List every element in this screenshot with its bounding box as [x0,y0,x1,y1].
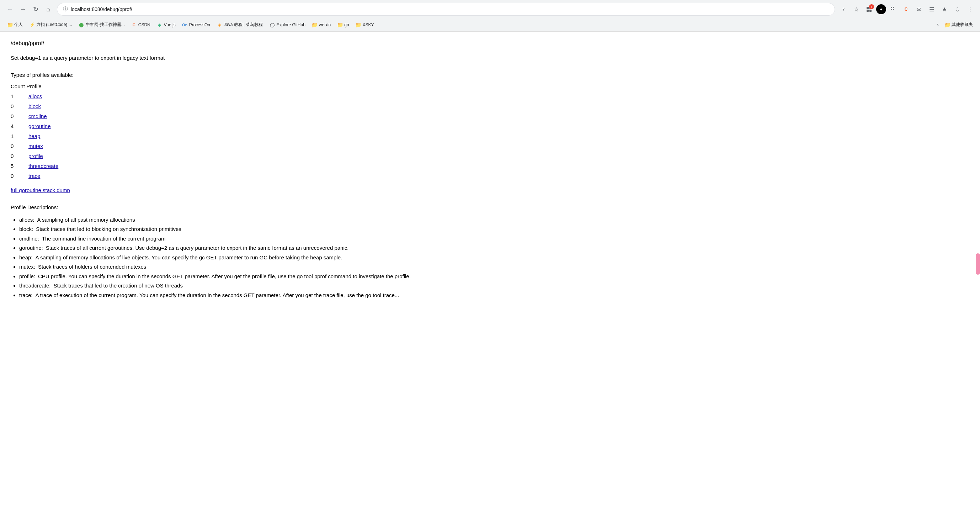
translate-button[interactable]: ♀ [838,3,849,15]
description-value: A sampling of all past memory allocation… [37,217,135,223]
folder-icon: 📁 [337,22,343,28]
profile-count: 0 [11,172,29,180]
table-row: 0profile [11,152,969,161]
downloads-button[interactable]: ⇩ [951,3,963,15]
browser-chrome: ← → ↻ ⌂ ⓘ ♀ ☆ 6 ● C ✉ ☰ ★ ⇩ ⋮ [0,0,980,32]
profile-link-mutex[interactable]: mutex [29,142,43,150]
profile-link-profile[interactable]: profile [29,152,43,161]
profile-count: 1 [11,132,29,140]
profile-link-allocs[interactable]: allocs [29,92,42,101]
bookmark-other[interactable]: 📁 其他收藏夹 [942,20,976,29]
bookmark-label: 个人 [14,22,23,28]
java-icon: ◈ [216,22,222,28]
bookmark-personal[interactable]: 📁 个人 [4,20,25,29]
scrollbar-indicator[interactable] [976,253,980,275]
profile-link-block[interactable]: block [29,102,41,111]
svg-rect-6 [891,9,892,10]
description-value: Stack traces that led to blocking on syn… [36,226,181,232]
forward-button[interactable]: → [17,3,29,15]
bookmark-xsky[interactable]: 📁 XSKY [353,21,377,29]
table-row: 4goroutine [11,122,969,131]
description-key: block: [19,226,33,232]
table-row: 1heap [11,132,969,140]
refresh-button[interactable]: ↻ [30,3,41,15]
site-icon: ⬤ [79,22,84,28]
bookmark-java[interactable]: ◈ Java 教程 | 菜鸟教程 [214,20,266,29]
list-item: mutex:Stack traces of holders of contend… [19,263,969,271]
profile-count: 1 [11,92,29,101]
descriptions-list: allocs:A sampling of all past memory all… [11,216,969,300]
sidebar-button[interactable]: ☰ [926,3,937,15]
profile-link-heap[interactable]: heap [29,132,40,140]
bookmark-label: CSDN [138,22,150,27]
description-key: allocs: [19,217,35,223]
profiles-title: Types of profiles available: [11,71,969,79]
full-goroutine-dump-link[interactable]: full goroutine stack dump [11,186,969,195]
description-key: profile: [19,273,35,279]
url-input[interactable] [71,6,829,12]
profiles-table-header: Count Profile [11,82,969,91]
bookmark-csdn[interactable]: C CSDN [128,21,153,29]
extensions-badge: 6 [869,4,874,9]
back-button[interactable]: ← [4,3,16,15]
profile-link-threadcreate[interactable]: threadcreate [29,162,58,171]
description-value: Stack traces of holders of contended mut… [38,264,146,270]
bookmark-github[interactable]: ◯ Explore GitHub [266,21,308,29]
table-row: 0mutex [11,142,969,150]
csdn-button[interactable]: C [900,3,912,15]
profile-count: 0 [11,152,29,161]
bookmark-vuejs[interactable]: ◆ Vue.js [154,21,178,29]
profile-count: 0 [11,112,29,121]
description-value: A trace of execution of the current prog… [35,292,399,298]
bookmark-button[interactable]: ☆ [851,3,862,15]
description-key: threadcreate: [19,282,51,289]
table-row: 0trace [11,172,969,180]
descriptions-section: Profile Descriptions: allocs:A sampling … [11,203,969,300]
more-button[interactable]: ⋮ [964,3,976,15]
page-content: /debug/pprof/ Set debug=1 as a query par… [0,32,980,308]
svg-rect-2 [867,10,869,12]
home-button[interactable]: ⌂ [43,3,54,15]
page-url: /debug/pprof/ [11,39,969,48]
svg-rect-7 [893,9,894,10]
page-description: Set debug=1 as a query parameter to expo… [11,54,969,62]
table-row: 0block [11,102,969,111]
extensions-button[interactable]: 6 [863,3,875,15]
description-key: goroutine: [19,245,43,251]
profile-link-trace[interactable]: trace [29,172,40,180]
bookmark-weixin[interactable]: 📁 weixin [309,21,334,29]
list-item: goroutine:Stack traces of all current go… [19,244,969,252]
notification-button[interactable]: ✉ [913,3,924,15]
menu-grid-button[interactable] [888,3,899,15]
profile-link-cmdline[interactable]: cmdline [29,112,47,121]
profile-link-goroutine[interactable]: goroutine [29,122,51,131]
svg-rect-4 [891,7,892,8]
on-icon: On [182,22,188,28]
bookmark-label: weixin [319,22,331,27]
favorites-button[interactable]: ★ [939,3,950,15]
bookmark-go[interactable]: 📁 go [334,21,352,29]
list-item: allocs:A sampling of all past memory all… [19,216,969,224]
profile-button[interactable]: ● [876,4,886,14]
csdn-icon: C [131,22,137,28]
bookmark-nowcoder[interactable]: ⬤ 牛客网-找工作神器... [76,20,128,29]
bookmark-label: Vue.js [164,22,176,27]
bookmark-leetcode[interactable]: ⚡ 力扣 (LeetCode) ... [26,20,75,29]
list-item: heap:A sampling of memory allocations of… [19,254,969,262]
bookmark-label: go [344,22,349,27]
folder-icon: 📁 [7,22,13,28]
bookmark-processon[interactable]: On ProcessOn [179,21,213,29]
svg-rect-5 [893,7,894,8]
bookmarks-more-button[interactable]: › [935,20,941,30]
description-value: Stack traces of all current goroutines. … [46,245,349,251]
list-item: profile:CPU profile. You can specify the… [19,273,969,281]
profile-count: 5 [11,162,29,171]
description-key: cmdline: [19,236,39,242]
profile-count: 4 [11,122,29,131]
bookmark-label: ProcessOn [189,22,210,27]
profiles-section: Types of profiles available: Count Profi… [11,71,969,195]
profiles-table: 1allocs0block0cmdline4goroutine1heap0mut… [11,92,969,180]
address-bar[interactable]: ⓘ [57,3,835,16]
description-value: The command line invocation of the curre… [42,236,166,242]
description-value: A sampling of memory allocations of live… [35,254,342,260]
